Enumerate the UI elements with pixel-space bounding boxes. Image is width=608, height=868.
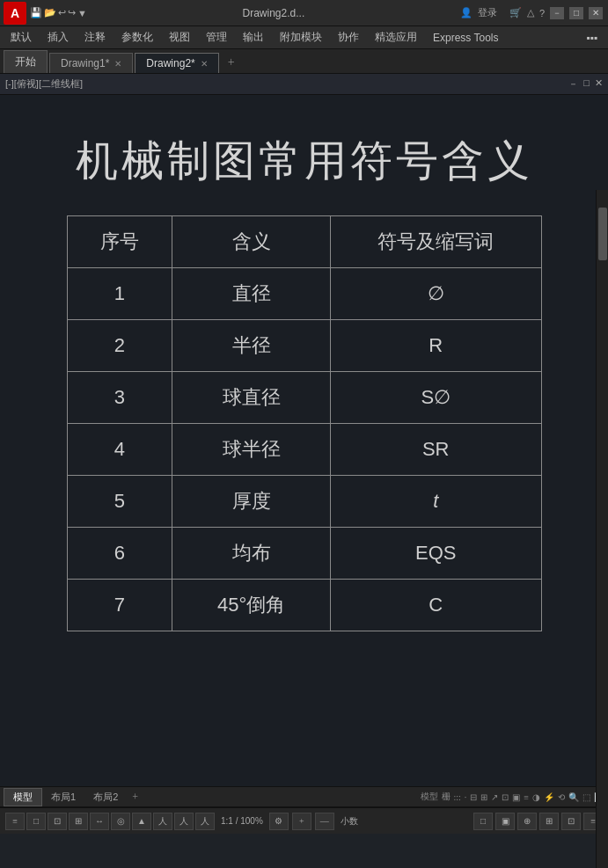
row4-symbol: SR (330, 424, 541, 476)
otrack-icon[interactable]: ↗ (491, 792, 498, 802)
drawing2-tab[interactable]: Drawing2* ✕ (135, 53, 218, 73)
status-r5[interactable]: ⊡ (561, 813, 581, 830)
table-row: 7 45°倒角 C (67, 580, 541, 631)
menu-extra[interactable]: ▪▪▪ (579, 30, 604, 46)
row4-num: 4 (67, 424, 172, 476)
sel-cycle-icon[interactable]: ⟲ (558, 792, 565, 802)
toolbar-icon-save[interactable]: 💾 (30, 7, 42, 18)
grid-icon[interactable]: 栅 (442, 791, 451, 803)
person2-icon[interactable]: 人 (174, 813, 194, 830)
drawing1-tab-label: Drawing1* (61, 57, 109, 69)
triangle-icon[interactable]: △ (527, 7, 534, 18)
row6-symbol: EQS (330, 528, 541, 580)
layout2-tab[interactable]: 布局2 (84, 789, 127, 806)
menu-bar: 默认 插入 注释 参数化 视图 管理 输出 附加模块 协作 精选应用 Expre… (0, 26, 608, 49)
minus-status-icon[interactable]: — (315, 813, 334, 830)
transparency-icon[interactable]: ◑ (532, 792, 540, 802)
status-left-icons: ≡ □ ⊡ ⊞ ↔ ◎ ▲ 人 人 人 (5, 813, 215, 830)
drawing-maximize-icon[interactable]: □ (583, 77, 590, 91)
win-minimize[interactable]: － (550, 7, 564, 19)
cart-icon[interactable]: 🛒 (509, 7, 522, 18)
menu-featured[interactable]: 精选应用 (368, 28, 424, 47)
autocad-logo[interactable]: A (4, 2, 26, 25)
row7-symbol: C (330, 580, 541, 631)
toolbar-icon-redo[interactable]: ↪ (68, 7, 76, 18)
menu-insert[interactable]: 插入 (40, 28, 76, 47)
mirror-icon[interactable]: ↔ (90, 813, 109, 830)
status-r4[interactable]: ⊞ (539, 813, 559, 830)
menu-default[interactable]: 默认 (4, 28, 39, 47)
login-text[interactable]: 登录 (478, 6, 497, 19)
layer-icon[interactable]: ⊡ (48, 813, 67, 830)
toolbar-icon-undo[interactable]: ↩ (58, 7, 66, 18)
add-layout-button[interactable]: + (127, 789, 143, 806)
annomonitor-icon[interactable]: 🔍 (568, 792, 579, 802)
lineweight-icon[interactable]: ≡ (524, 792, 529, 802)
row1-num: 1 (67, 268, 172, 320)
circle-icon[interactable]: ◎ (111, 813, 130, 830)
plus-status-icon[interactable]: + (292, 813, 311, 830)
gear-status-icon[interactable]: ⚙ (269, 813, 289, 830)
menu-manage[interactable]: 管理 (199, 28, 234, 47)
menu-addons[interactable]: 附加模块 (273, 28, 329, 47)
title-bar: A 💾 📂 ↩ ↪ ▼ Drawing2.d... 👤 登录 🛒 △ ? － □… (0, 0, 608, 26)
toolbar-icon-more[interactable]: ▼ (77, 8, 87, 18)
layout1-tab[interactable]: 布局1 (42, 789, 84, 806)
drawing-minimize-icon[interactable]: － (568, 77, 578, 91)
toolbar-icons: 💾 📂 ↩ ↪ ▼ (30, 7, 87, 18)
drawing-header-controls: － □ ✕ (568, 77, 603, 91)
vertical-scrollbar[interactable] (596, 190, 608, 868)
status-r3[interactable]: ⊕ (517, 813, 537, 830)
menu-parametric[interactable]: 参数化 (114, 28, 160, 47)
row2-num: 2 (67, 320, 172, 372)
start-tab[interactable]: 开始 (4, 50, 48, 73)
win-close[interactable]: ✕ (589, 7, 603, 19)
status-r1[interactable]: □ (473, 813, 493, 830)
ducs-icon[interactable]: ⊡ (502, 792, 509, 802)
osnap-icon[interactable]: ⊞ (480, 792, 487, 802)
bottom-tabs-right: 模型 栅 ::: · ⊟ ⊞ ↗ ⊡ ▣ ≡ ◑ ⚡ ⟲ 🔍 ⬚ 📊 (421, 791, 604, 803)
menu-collaborate[interactable]: 协作 (331, 28, 366, 47)
prop-icon[interactable]: ⊞ (69, 813, 88, 830)
header-num: 序号 (67, 216, 172, 268)
title-center: Drawing2.d... (87, 7, 460, 19)
login-icon[interactable]: 👤 (460, 7, 472, 18)
toolbar-icon-open[interactable]: 📂 (44, 7, 56, 18)
triangle2-icon[interactable]: ▲ (132, 813, 151, 830)
title-bar-left: A 💾 📂 ↩ ↪ ▼ (0, 2, 87, 25)
person3-icon[interactable]: 人 (195, 813, 215, 830)
dynmode-icon[interactable]: ▣ (512, 792, 520, 802)
symbol-table: 序号 含义 符号及缩写词 1 直径 ∅ 2 半径 R 3 球直径 (67, 215, 542, 631)
row6-meaning: 均布 (172, 528, 331, 580)
menu-express-tools[interactable]: Express Tools (426, 30, 505, 46)
add-tab-button[interactable]: + (221, 52, 242, 73)
scale-text: 1:1 / 100% (218, 816, 266, 826)
drawing-content: 机械制图常用符号含义 序号 含义 符号及缩写词 1 直径 ∅ 2 半径 R (40, 115, 568, 766)
status-right-icons: □ ▣ ⊕ ⊞ ⊡ ≡ (473, 813, 603, 830)
help-icon[interactable]: ? (539, 8, 545, 18)
person1-icon[interactable]: 人 (153, 813, 172, 830)
grid-status-icon[interactable]: □ (26, 813, 46, 830)
menu-view[interactable]: 视图 (162, 28, 197, 47)
polar-icon[interactable]: ⊟ (470, 792, 477, 802)
menu-output[interactable]: 输出 (236, 28, 271, 47)
units-icon[interactable]: ⬚ (582, 792, 590, 802)
drawing2-close-icon[interactable]: ✕ (201, 59, 208, 69)
drawing1-tab[interactable]: Drawing1* ✕ (49, 53, 133, 73)
scrollbar-thumb[interactable] (598, 208, 607, 260)
snap-icon[interactable]: ::: (454, 792, 461, 802)
model-tab[interactable]: 模型 (4, 788, 42, 806)
row4-meaning: 球半径 (172, 424, 331, 476)
bottom-tabs: 模型 布局1 布局2 + 模型 栅 ::: · ⊟ ⊞ ↗ ⊡ ▣ ≡ ◑ ⚡ … (0, 786, 608, 807)
table-row: 6 均布 EQS (67, 528, 541, 580)
drawing-header: [-][俯视][二维线框] － □ ✕ (0, 74, 608, 95)
header-symbol: 符号及缩写词 (330, 216, 541, 268)
status-r2[interactable]: ▣ (495, 813, 515, 830)
drawing1-close-icon[interactable]: ✕ (114, 59, 121, 69)
menu-icon[interactable]: ≡ (5, 813, 25, 830)
ortho-icon[interactable]: · (465, 792, 467, 802)
drawing-close-icon[interactable]: ✕ (595, 77, 603, 91)
menu-annotation[interactable]: 注释 (77, 28, 113, 47)
win-maximize[interactable]: □ (569, 7, 583, 19)
qprops-icon[interactable]: ⚡ (544, 792, 554, 802)
